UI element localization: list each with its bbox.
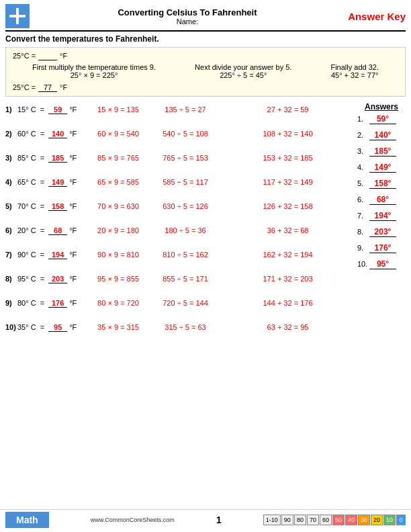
- answer-item: 8. 203°: [357, 227, 406, 237]
- celsius-value: 35° C: [17, 323, 36, 331]
- problem-number: 2): [5, 130, 17, 138]
- equals-sign: =: [38, 202, 47, 210]
- problem-row: 6) 20° C = 68 °F 20 × 9 = 180 180 ÷ 5 = …: [5, 223, 353, 238]
- celsius-value: 15° C: [17, 105, 36, 114]
- score-box: 90: [281, 515, 293, 525]
- step2-title: Next divide your answer by 5.: [195, 63, 291, 71]
- svg-rect-1: [9, 15, 26, 17]
- problem-step2: 180 ÷ 5 = 36: [148, 226, 222, 234]
- answer-item: 2. 140°: [357, 130, 406, 140]
- problem-left: 95° C = 203 °F: [17, 275, 88, 283]
- score-box: 20: [371, 515, 383, 525]
- fahrenheit-answer: 149: [48, 178, 67, 187]
- answer-value: 140°: [369, 130, 396, 140]
- equals-sign: =: [38, 105, 47, 114]
- example-blank1: [38, 52, 57, 60]
- problem-step1: 70 × 9 = 630: [88, 202, 148, 210]
- answer-value: 194°: [369, 211, 396, 221]
- score-box: 60: [320, 515, 332, 525]
- problem-step1: 95 × 9 = 855: [88, 275, 148, 283]
- problem-left: 20° C = 68 °F: [17, 226, 88, 235]
- fahrenheit-answer: 194: [48, 251, 67, 259]
- answer-number: 5.: [357, 179, 369, 187]
- problem-step1: 65 × 9 = 585: [88, 178, 148, 186]
- equals-sign: =: [38, 299, 47, 307]
- content-area: 1) 15° C = 59 °F 15 × 9 = 135 135 ÷ 5 = …: [5, 102, 406, 344]
- problem-step3: 108 + 32 = 140: [222, 130, 353, 138]
- problem-step2: 315 ÷ 5 = 63: [148, 323, 222, 331]
- problem-row: 9) 80° C = 176 °F 80 × 9 = 720 720 ÷ 5 =…: [5, 296, 353, 310]
- problem-row: 2) 60° C = 140 °F 60 × 9 = 540 540 ÷ 5 =…: [5, 126, 353, 141]
- equals-sign: =: [38, 251, 47, 259]
- problem-step3: 162 + 32 = 194: [222, 251, 353, 259]
- step1-title: First multiply the temperature times 9.: [32, 63, 156, 71]
- equals-sign: =: [38, 178, 47, 186]
- problem-left: 80° C = 176 °F: [17, 299, 88, 308]
- answer-number: 3.: [357, 147, 369, 155]
- problem-number: 9): [5, 299, 17, 307]
- problem-step3: 117 + 32 = 149: [222, 178, 353, 186]
- step3-detail: 45° + 32 = 77°: [330, 71, 379, 79]
- answers-header: Answers: [357, 102, 406, 112]
- answer-key-label: Answer Key: [345, 11, 406, 22]
- fahrenheit-answer: 203: [48, 275, 67, 283]
- answer-number: 7.: [357, 212, 369, 220]
- footer: Math www.CommonCoreSheets.com 1 1-109080…: [0, 509, 411, 528]
- answer-item: 4. 149°: [357, 163, 406, 173]
- celsius-value: 80° C: [17, 299, 36, 307]
- footer-score-boxes: 1-109080706050403020100: [263, 515, 406, 525]
- score-box: 30: [358, 515, 370, 525]
- celsius-value: 60° C: [17, 130, 36, 138]
- celsius-value: 85° C: [17, 154, 36, 162]
- example-unit1: °F: [60, 52, 67, 60]
- problem-step3: 126 + 32 = 158: [222, 202, 353, 210]
- example-step1: First multiply the temperature times 9. …: [32, 63, 156, 79]
- problem-step2: 855 ÷ 5 = 171: [148, 275, 222, 283]
- equals-sign: =: [38, 275, 47, 283]
- problem-row: 1) 15° C = 59 °F 15 × 9 = 135 135 ÷ 5 = …: [5, 102, 353, 117]
- equals-sign: =: [38, 323, 47, 331]
- score-box: 40: [345, 515, 357, 525]
- fahrenheit-answer: 59: [48, 105, 67, 114]
- answer-item: 5. 158°: [357, 179, 406, 189]
- problem-row: 10) 35° C = 95 °F 35 × 9 = 315 315 ÷ 5 =…: [5, 320, 353, 335]
- answer-value: 149°: [369, 163, 396, 173]
- footer-page-number: 1: [216, 515, 222, 525]
- answer-value: 203°: [369, 227, 396, 237]
- score-box: 80: [294, 515, 306, 525]
- equals-sign: =: [38, 130, 47, 138]
- problem-left: 85° C = 185 °F: [17, 154, 88, 163]
- example-step2: Next divide your answer by 5. 225° ÷ 5 =…: [195, 63, 291, 79]
- problem-step2: 540 ÷ 5 = 108: [148, 130, 222, 138]
- equals-sign: =: [38, 226, 47, 234]
- fahrenheit-unit: °F: [69, 105, 77, 114]
- fahrenheit-answer: 95: [48, 323, 67, 332]
- answer-value: 95°: [369, 259, 396, 269]
- example-label2: 25°C =: [13, 83, 36, 91]
- fahrenheit-answer: 68: [48, 226, 67, 235]
- problems-column: 1) 15° C = 59 °F 15 × 9 = 135 135 ÷ 5 = …: [5, 102, 353, 344]
- fahrenheit-unit: °F: [69, 299, 77, 307]
- step3-title: Finally add 32.: [330, 63, 379, 71]
- score-box: 1-10: [263, 515, 281, 525]
- answer-item: 9. 176°: [357, 243, 406, 253]
- celsius-value: 70° C: [17, 202, 36, 210]
- fahrenheit-unit: °F: [69, 202, 77, 210]
- score-box: 10: [383, 515, 396, 525]
- problem-number: 5): [5, 202, 17, 210]
- problem-step2: 810 ÷ 5 = 162: [148, 251, 222, 259]
- example-steps: First multiply the temperature times 9. …: [13, 63, 398, 79]
- fahrenheit-unit: °F: [69, 130, 77, 138]
- answer-value: 158°: [369, 179, 396, 189]
- problem-step3: 63 + 32 = 95: [222, 323, 353, 331]
- problem-left: 65° C = 149 °F: [17, 178, 88, 187]
- problem-step2: 135 ÷ 5 = 27: [148, 105, 222, 114]
- problem-step2: 585 ÷ 5 = 117: [148, 178, 222, 186]
- answer-item: 7. 194°: [357, 211, 406, 221]
- header-center: Converting Celsius To Fahrenheit Name:: [30, 7, 345, 26]
- answer-number: 9.: [357, 244, 369, 252]
- example-label1: 25°C =: [13, 52, 36, 60]
- problem-number: 7): [5, 251, 17, 259]
- answer-item: 10. 95°: [357, 259, 406, 269]
- answer-value: 68°: [369, 195, 396, 205]
